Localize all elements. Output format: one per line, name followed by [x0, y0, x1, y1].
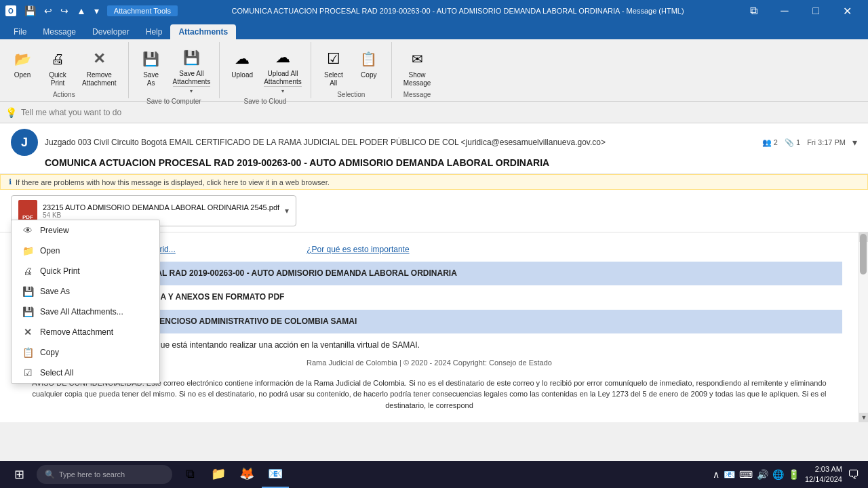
redo-btn[interactable]: ↪ — [58, 4, 71, 18]
upload-all-icon: ☁ — [272, 47, 294, 68]
email-from: Juzgado 003 Civil Circuito Bogotá EMAIL … — [45, 138, 755, 147]
upload-button[interactable]: ☁ Upload — [225, 45, 259, 83]
upload-all-dropdown-arrow[interactable]: ▾ — [264, 86, 302, 96]
taskbar-app-firefox[interactable]: 🦊 — [233, 461, 260, 488]
selection-group-label: Selection — [337, 91, 365, 100]
scroll-thumb[interactable] — [860, 234, 867, 274]
close-btn[interactable]: ✕ — [831, 0, 863, 22]
ribbon-tab-bar: File Message Developer Help Attachments — [0, 22, 868, 39]
print-icon: 🖨 — [22, 266, 33, 277]
info-bar: ℹ If there are problems with how this me… — [0, 174, 868, 190]
ribbon-group-save-to-cloud: ☁ Upload ☁ Upload AllAttachments ▾ Save … — [220, 42, 311, 98]
context-menu-select-all[interactable]: ☑ Select All — [12, 363, 159, 383]
context-menu-preview[interactable]: 👁 Preview — [12, 220, 159, 241]
save-all-icon: 💾 — [180, 47, 202, 68]
ribbon-group-actions: 📂 Open 🖨 QuickPrint ✕ RemoveAttachment A… — [0, 42, 129, 98]
system-tray-icons: ∧ 📧 ⌨ 🔊 🌐 🔋 — [713, 469, 800, 480]
select-all-icon: ☑ — [323, 48, 344, 70]
ribbon-group-save-to-computer: 💾 SaveAs 💾 Save AllAttachments ▾ Save to… — [129, 42, 220, 98]
attachment-name: 23215 AUTO ADMISORIO DEMANDA LABORAL ORD… — [43, 203, 279, 211]
remove-attachment-icon: ✕ — [88, 48, 110, 70]
taskbar-right: ∧ 📧 ⌨ 🔊 🌐 🔋 2:03 AM 12/14/2024 🗨 — [713, 464, 865, 485]
tab-message[interactable]: Message — [35, 24, 84, 39]
open-icon: 📂 — [12, 48, 33, 70]
network-icon[interactable]: 🌐 — [772, 469, 784, 480]
save-icon: 💾 — [22, 286, 33, 297]
title-bar: O 💾 ↩ ↪ ▲ ▾ Attachment Tools COMUNICA AC… — [0, 0, 868, 22]
quick-access-toolbar: 💾 ↩ ↪ ▲ ▾ — [22, 4, 102, 18]
save-to-computer-label: Save to Computer — [146, 98, 201, 106]
taskbar-app-taskview[interactable]: ⧉ — [176, 461, 203, 488]
remove-icon: ✕ — [22, 327, 33, 338]
minimize-btn[interactable]: ─ — [769, 0, 800, 22]
scroll-down-arrow[interactable]: ▼ — [859, 413, 868, 422]
taskbar-search-icon: 🔍 — [45, 470, 55, 479]
ribbon-group-message: ✉ ShowMessage Message — [392, 42, 443, 98]
context-menu-quick-print[interactable]: 🖨 Quick Print — [12, 261, 159, 281]
taskbar: ⊞ 🔍 Type here to search ⧉ 📁 🦊 📧 ∧ 📧 ⌨ 🔊 … — [0, 461, 868, 488]
ribbon-context-label: Attachment Tools — [107, 5, 178, 16]
undo-btn[interactable]: ↩ — [41, 4, 55, 18]
save-all-dropdown-arrow[interactable]: ▾ — [173, 86, 211, 96]
start-button[interactable]: ⊞ — [3, 461, 35, 488]
message-group-label: Message — [403, 91, 431, 100]
taskbar-search-placeholder: Type here to search — [59, 470, 125, 479]
remove-attachment-button[interactable]: ✕ RemoveAttachment — [76, 45, 123, 91]
collapse-header-btn[interactable]: ▾ — [852, 137, 857, 148]
email-scrollbar[interactable]: ▲ ▼ — [859, 232, 868, 422]
context-menu-save-as[interactable]: 💾 Save As — [12, 281, 159, 302]
upload-all-button[interactable]: ☁ Upload AllAttachments ▾ — [260, 45, 305, 98]
tab-developer[interactable]: Developer — [84, 24, 138, 39]
save-quick-btn[interactable]: 💾 — [22, 4, 39, 18]
copy-ctx-icon: 📋 — [22, 347, 33, 358]
show-message-icon: ✉ — [406, 48, 428, 70]
save-as-button[interactable]: 💾 SaveAs — [134, 45, 168, 91]
window-title: COMUNICA ACTUACION PROCESAL RAD 2019-002… — [178, 7, 738, 15]
taskbar-apps: ⧉ 📁 🦊 📧 — [176, 461, 289, 488]
actions-group-label: Actions — [53, 91, 75, 100]
why-important-link[interactable]: ¿Por qué es esto importante — [307, 245, 409, 254]
preview-icon: 👁 — [22, 225, 33, 236]
outlook-tray-icon[interactable]: 📧 — [724, 469, 735, 480]
taskbar-app-outlook[interactable]: 📧 — [262, 461, 289, 488]
show-message-button[interactable]: ✉ ShowMessage — [397, 45, 437, 91]
email-subject: COMUNICA ACTUACION PROCESAL RAD 2019-002… — [11, 157, 857, 168]
taskbar-clock[interactable]: 2:03 AM 12/14/2024 — [805, 464, 842, 485]
speaker-icon[interactable]: 🔊 — [757, 469, 768, 480]
recipients-count: 👥 2 — [762, 138, 778, 147]
open-button[interactable]: 📂 Open — [5, 45, 39, 83]
maximize-btn[interactable]: □ — [800, 0, 831, 22]
context-menu-remove-attachment[interactable]: ✕ Remove Attachment — [12, 322, 159, 342]
window-controls: ⧉ ─ □ ✕ — [738, 0, 863, 22]
copy-button[interactable]: 📋 Copy — [352, 45, 386, 83]
tab-attachments[interactable]: Attachments — [170, 24, 236, 39]
quick-print-button[interactable]: 🖨 QuickPrint — [41, 45, 75, 91]
restore-btn[interactable]: ⧉ — [738, 0, 769, 22]
taskbar-app-explorer[interactable]: 📁 — [205, 461, 232, 488]
up-btn[interactable]: ▲ — [74, 4, 89, 18]
copy-icon: 📋 — [358, 48, 380, 70]
attachment-dropdown-arrow[interactable]: ▾ — [285, 206, 289, 216]
app-icon: O — [5, 5, 16, 16]
save-all-attachments-button[interactable]: 💾 Save AllAttachments ▾ — [170, 45, 214, 98]
notification-button[interactable]: 🗨 — [848, 468, 860, 482]
open-folder-icon: 📁 — [22, 245, 33, 256]
taskbar-search-box[interactable]: 🔍 Type here to search — [37, 465, 172, 484]
taskbar-time-display: 2:03 AM — [805, 464, 842, 474]
taskbar-date-display: 12/14/2024 — [805, 474, 842, 485]
context-menu-open[interactable]: 📁 Open — [12, 241, 159, 261]
tell-me-input[interactable] — [21, 108, 863, 117]
save-all-ctx-icon: 💾 — [22, 306, 33, 317]
select-all-button[interactable]: ☑ SelectAll — [317, 45, 351, 91]
info-bar-text: If there are problems with how this mess… — [16, 178, 330, 186]
ribbon: 📂 Open 🖨 QuickPrint ✕ RemoveAttachment A… — [0, 39, 868, 102]
context-menu-copy[interactable]: 📋 Copy — [12, 342, 159, 363]
tab-help[interactable]: Help — [138, 24, 171, 39]
select-all-ctx-icon: ☑ — [22, 367, 33, 378]
attachments-count: 📎 1 — [785, 138, 800, 147]
attachment-context-menu: 👁 Preview 📁 Open 🖨 Quick Print 💾 Save As… — [11, 220, 160, 384]
tab-file[interactable]: File — [5, 24, 35, 39]
customize-btn[interactable]: ▾ — [92, 4, 102, 18]
context-menu-save-all[interactable]: 💾 Save All Attachments... — [12, 302, 159, 322]
keyboard-icon: ⌨ — [739, 469, 753, 480]
